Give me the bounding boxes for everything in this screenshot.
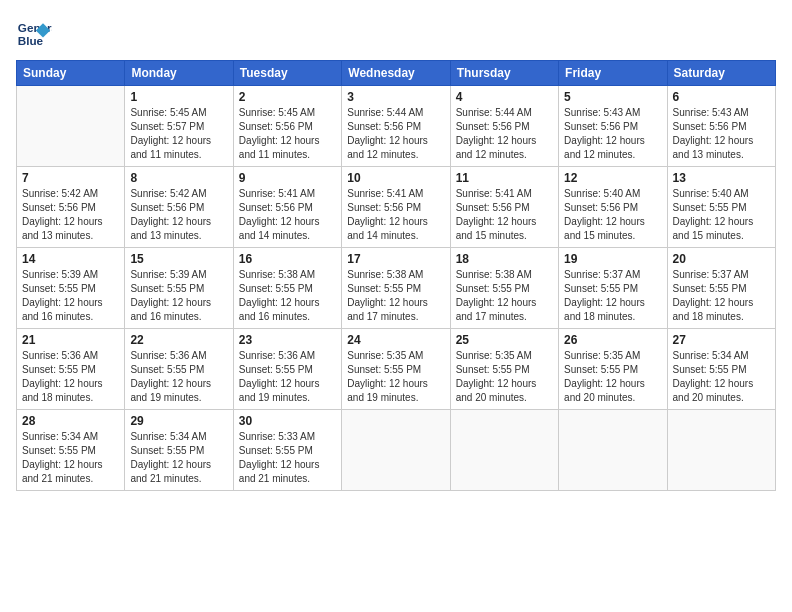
day-info: Sunrise: 5:39 AM Sunset: 5:55 PM Dayligh…: [130, 268, 227, 324]
day-number: 24: [347, 333, 444, 347]
day-number: 18: [456, 252, 553, 266]
day-info: Sunrise: 5:35 AM Sunset: 5:55 PM Dayligh…: [456, 349, 553, 405]
calendar-cell: 27Sunrise: 5:34 AM Sunset: 5:55 PM Dayli…: [667, 329, 775, 410]
calendar-cell: 10Sunrise: 5:41 AM Sunset: 5:56 PM Dayli…: [342, 167, 450, 248]
day-info: Sunrise: 5:44 AM Sunset: 5:56 PM Dayligh…: [347, 106, 444, 162]
weekday-header-thursday: Thursday: [450, 61, 558, 86]
calendar-cell: 30Sunrise: 5:33 AM Sunset: 5:55 PM Dayli…: [233, 410, 341, 491]
day-info: Sunrise: 5:36 AM Sunset: 5:55 PM Dayligh…: [239, 349, 336, 405]
svg-text:Blue: Blue: [18, 34, 44, 47]
calendar-cell: 11Sunrise: 5:41 AM Sunset: 5:56 PM Dayli…: [450, 167, 558, 248]
logo-icon: General Blue: [16, 16, 52, 52]
day-number: 10: [347, 171, 444, 185]
day-info: Sunrise: 5:36 AM Sunset: 5:55 PM Dayligh…: [22, 349, 119, 405]
day-number: 28: [22, 414, 119, 428]
calendar-cell: 5Sunrise: 5:43 AM Sunset: 5:56 PM Daylig…: [559, 86, 667, 167]
calendar-cell: 6Sunrise: 5:43 AM Sunset: 5:56 PM Daylig…: [667, 86, 775, 167]
day-info: Sunrise: 5:34 AM Sunset: 5:55 PM Dayligh…: [22, 430, 119, 486]
day-number: 14: [22, 252, 119, 266]
calendar-cell: 7Sunrise: 5:42 AM Sunset: 5:56 PM Daylig…: [17, 167, 125, 248]
day-info: Sunrise: 5:43 AM Sunset: 5:56 PM Dayligh…: [564, 106, 661, 162]
calendar-cell: 20Sunrise: 5:37 AM Sunset: 5:55 PM Dayli…: [667, 248, 775, 329]
day-number: 4: [456, 90, 553, 104]
calendar-week-5: 28Sunrise: 5:34 AM Sunset: 5:55 PM Dayli…: [17, 410, 776, 491]
calendar-cell: 17Sunrise: 5:38 AM Sunset: 5:55 PM Dayli…: [342, 248, 450, 329]
day-info: Sunrise: 5:45 AM Sunset: 5:57 PM Dayligh…: [130, 106, 227, 162]
day-number: 23: [239, 333, 336, 347]
calendar-cell: 14Sunrise: 5:39 AM Sunset: 5:55 PM Dayli…: [17, 248, 125, 329]
day-number: 9: [239, 171, 336, 185]
day-info: Sunrise: 5:35 AM Sunset: 5:55 PM Dayligh…: [347, 349, 444, 405]
day-info: Sunrise: 5:44 AM Sunset: 5:56 PM Dayligh…: [456, 106, 553, 162]
calendar-cell: [450, 410, 558, 491]
day-info: Sunrise: 5:37 AM Sunset: 5:55 PM Dayligh…: [564, 268, 661, 324]
day-info: Sunrise: 5:42 AM Sunset: 5:56 PM Dayligh…: [130, 187, 227, 243]
day-number: 8: [130, 171, 227, 185]
day-number: 15: [130, 252, 227, 266]
weekday-header-sunday: Sunday: [17, 61, 125, 86]
calendar-cell: 15Sunrise: 5:39 AM Sunset: 5:55 PM Dayli…: [125, 248, 233, 329]
calendar-cell: 8Sunrise: 5:42 AM Sunset: 5:56 PM Daylig…: [125, 167, 233, 248]
calendar-cell: 3Sunrise: 5:44 AM Sunset: 5:56 PM Daylig…: [342, 86, 450, 167]
day-info: Sunrise: 5:33 AM Sunset: 5:55 PM Dayligh…: [239, 430, 336, 486]
day-number: 17: [347, 252, 444, 266]
day-info: Sunrise: 5:45 AM Sunset: 5:56 PM Dayligh…: [239, 106, 336, 162]
logo: General Blue: [16, 16, 56, 52]
day-info: Sunrise: 5:34 AM Sunset: 5:55 PM Dayligh…: [130, 430, 227, 486]
day-number: 16: [239, 252, 336, 266]
calendar-cell: 24Sunrise: 5:35 AM Sunset: 5:55 PM Dayli…: [342, 329, 450, 410]
calendar-cell: 1Sunrise: 5:45 AM Sunset: 5:57 PM Daylig…: [125, 86, 233, 167]
calendar-cell: 22Sunrise: 5:36 AM Sunset: 5:55 PM Dayli…: [125, 329, 233, 410]
day-info: Sunrise: 5:41 AM Sunset: 5:56 PM Dayligh…: [239, 187, 336, 243]
calendar-cell: 26Sunrise: 5:35 AM Sunset: 5:55 PM Dayli…: [559, 329, 667, 410]
day-number: 6: [673, 90, 770, 104]
day-info: Sunrise: 5:38 AM Sunset: 5:55 PM Dayligh…: [456, 268, 553, 324]
day-info: Sunrise: 5:39 AM Sunset: 5:55 PM Dayligh…: [22, 268, 119, 324]
calendar-cell: 23Sunrise: 5:36 AM Sunset: 5:55 PM Dayli…: [233, 329, 341, 410]
calendar-week-1: 1Sunrise: 5:45 AM Sunset: 5:57 PM Daylig…: [17, 86, 776, 167]
calendar-cell: [342, 410, 450, 491]
calendar-cell: 9Sunrise: 5:41 AM Sunset: 5:56 PM Daylig…: [233, 167, 341, 248]
day-info: Sunrise: 5:40 AM Sunset: 5:56 PM Dayligh…: [564, 187, 661, 243]
day-info: Sunrise: 5:38 AM Sunset: 5:55 PM Dayligh…: [239, 268, 336, 324]
day-number: 3: [347, 90, 444, 104]
day-number: 1: [130, 90, 227, 104]
calendar-week-2: 7Sunrise: 5:42 AM Sunset: 5:56 PM Daylig…: [17, 167, 776, 248]
day-number: 2: [239, 90, 336, 104]
day-info: Sunrise: 5:35 AM Sunset: 5:55 PM Dayligh…: [564, 349, 661, 405]
header: General Blue: [16, 16, 776, 52]
day-number: 29: [130, 414, 227, 428]
day-number: 27: [673, 333, 770, 347]
day-number: 11: [456, 171, 553, 185]
day-number: 7: [22, 171, 119, 185]
calendar-cell: 4Sunrise: 5:44 AM Sunset: 5:56 PM Daylig…: [450, 86, 558, 167]
day-info: Sunrise: 5:42 AM Sunset: 5:56 PM Dayligh…: [22, 187, 119, 243]
calendar-cell: 21Sunrise: 5:36 AM Sunset: 5:55 PM Dayli…: [17, 329, 125, 410]
day-number: 19: [564, 252, 661, 266]
day-number: 5: [564, 90, 661, 104]
calendar-cell: 19Sunrise: 5:37 AM Sunset: 5:55 PM Dayli…: [559, 248, 667, 329]
day-info: Sunrise: 5:41 AM Sunset: 5:56 PM Dayligh…: [347, 187, 444, 243]
day-number: 30: [239, 414, 336, 428]
day-number: 13: [673, 171, 770, 185]
day-number: 25: [456, 333, 553, 347]
day-number: 26: [564, 333, 661, 347]
calendar-cell: 25Sunrise: 5:35 AM Sunset: 5:55 PM Dayli…: [450, 329, 558, 410]
calendar-cell: 16Sunrise: 5:38 AM Sunset: 5:55 PM Dayli…: [233, 248, 341, 329]
calendar-cell: 12Sunrise: 5:40 AM Sunset: 5:56 PM Dayli…: [559, 167, 667, 248]
day-info: Sunrise: 5:38 AM Sunset: 5:55 PM Dayligh…: [347, 268, 444, 324]
calendar-week-4: 21Sunrise: 5:36 AM Sunset: 5:55 PM Dayli…: [17, 329, 776, 410]
weekday-header-monday: Monday: [125, 61, 233, 86]
weekday-header-friday: Friday: [559, 61, 667, 86]
day-info: Sunrise: 5:43 AM Sunset: 5:56 PM Dayligh…: [673, 106, 770, 162]
day-number: 12: [564, 171, 661, 185]
day-info: Sunrise: 5:37 AM Sunset: 5:55 PM Dayligh…: [673, 268, 770, 324]
calendar-cell: [667, 410, 775, 491]
calendar-body: 1Sunrise: 5:45 AM Sunset: 5:57 PM Daylig…: [17, 86, 776, 491]
weekday-header-tuesday: Tuesday: [233, 61, 341, 86]
calendar-header: SundayMondayTuesdayWednesdayThursdayFrid…: [17, 61, 776, 86]
calendar-week-3: 14Sunrise: 5:39 AM Sunset: 5:55 PM Dayli…: [17, 248, 776, 329]
day-info: Sunrise: 5:34 AM Sunset: 5:55 PM Dayligh…: [673, 349, 770, 405]
calendar-cell: 29Sunrise: 5:34 AM Sunset: 5:55 PM Dayli…: [125, 410, 233, 491]
calendar-cell: [559, 410, 667, 491]
